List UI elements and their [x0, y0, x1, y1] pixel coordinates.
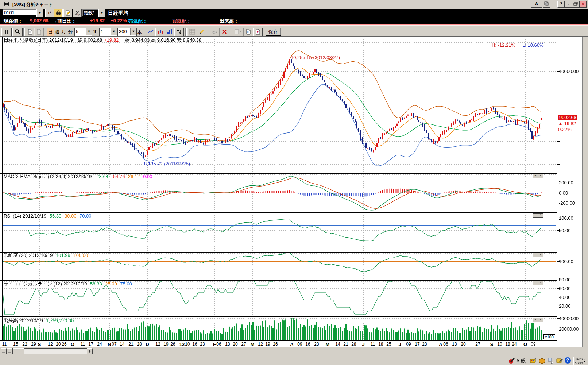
- save-page-icon[interactable]: [244, 28, 253, 36]
- save-button[interactable]: 保存: [266, 28, 281, 36]
- print-page-icon[interactable]: P: [253, 28, 263, 36]
- period-month-button[interactable]: 月: [61, 28, 67, 35]
- enter-button[interactable]: ↵: [45, 9, 54, 17]
- ime-tools-icon[interactable]: [530, 357, 537, 364]
- ime-pen-icon[interactable]: [508, 357, 515, 364]
- chevron-down-icon[interactable]: ▼: [86, 28, 92, 35]
- period-minute-button[interactable]: 分: [67, 28, 74, 35]
- ime-pad-icon[interactable]: [556, 357, 563, 364]
- rsi-value: 56.39: [50, 213, 62, 219]
- period-day-button[interactable]: 日: [47, 28, 54, 36]
- kairi-close-button[interactable]: ×: [538, 253, 543, 257]
- scroll-grip-left[interactable]: [1, 348, 7, 354]
- ask-label: 売気配：: [128, 18, 147, 24]
- quote-separator-2: [0, 25, 588, 26]
- binoculars-search-button[interactable]: [54, 9, 63, 17]
- title-bar[interactable]: [5002] 分析チャート A ? - ×: [0, 0, 588, 8]
- tick-mode-label[interactable]: T: [93, 28, 97, 35]
- x-axis-tick-label: J: [362, 342, 364, 347]
- close-button[interactable]: ×: [579, 1, 587, 8]
- macd-minimize-button[interactable]: −: [533, 174, 538, 178]
- restore-button[interactable]: [572, 1, 579, 8]
- rsi-minimize-button[interactable]: −: [533, 213, 538, 218]
- x-axis-tick-label: 26: [273, 342, 278, 347]
- caps-indicator: CAPS: [575, 357, 583, 361]
- ime-dictionary-icon[interactable]: [538, 357, 546, 364]
- psych-value: 58.33: [90, 281, 102, 287]
- zoom-search-icon[interactable]: [12, 28, 23, 36]
- interval-select[interactable]: 5▼: [74, 28, 92, 36]
- change-pct-value: +0.22%: [111, 18, 127, 23]
- macd-panel-header: MACD_EMA_Signal (12,26,9) 2012/10/19 -28…: [4, 174, 154, 179]
- toolbar-separator: [144, 28, 145, 36]
- x-axis-tick-label: 26: [170, 342, 175, 347]
- bar-count-select[interactable]: 300▼: [117, 28, 137, 36]
- delete-x-icon[interactable]: [220, 28, 229, 36]
- x-axis-tick-label: 10: [185, 342, 190, 347]
- eraser-icon[interactable]: [210, 28, 220, 36]
- ime-input-mode[interactable]: A 般: [516, 358, 526, 364]
- font-button[interactable]: A: [531, 1, 542, 8]
- caps-kana-panel[interactable]: CAPS - KANA ▼: [573, 357, 587, 365]
- candlestick-chart-icon[interactable]: [155, 28, 165, 36]
- layout-dropdown-icon[interactable]: [233, 28, 244, 36]
- peak-annotation: 10,255.15 (2012/03/27): [291, 55, 340, 60]
- x-axis-tick-label: O: [523, 342, 527, 347]
- scissors-button[interactable]: [73, 9, 82, 17]
- volume-close-button[interactable]: ×: [538, 318, 543, 322]
- copy-page-icon[interactable]: [34, 28, 44, 36]
- psych-minimize-button[interactable]: −: [533, 281, 538, 285]
- y-axis-tick-label: 20000.00: [559, 326, 579, 332]
- volume-value: 1,759,270.00: [46, 318, 74, 323]
- psych-close-button[interactable]: ×: [538, 281, 543, 285]
- right-border-strip: [582, 36, 588, 347]
- scrollbar-thumb[interactable]: [13, 348, 24, 354]
- psych-title: サイコロジカルライン (12) 2012/10/19: [4, 281, 87, 287]
- x-axis-tick-label: 17: [88, 342, 93, 347]
- chart-canvas[interactable]: [0, 36, 588, 341]
- x-axis-tick-label: 25: [386, 342, 391, 347]
- period-week-button[interactable]: 週: [54, 28, 61, 35]
- x-axis-tick-label: 19: [163, 342, 168, 347]
- x-axis-tick-label: 09: [297, 342, 302, 347]
- bar-chart-icon[interactable]: [165, 28, 174, 36]
- chevron-down-icon[interactable]: ▼: [130, 28, 136, 35]
- volume-minimize-button[interactable]: −: [533, 318, 538, 322]
- kairi-minimize-button[interactable]: −: [533, 253, 538, 257]
- symbol-pair-icon[interactable]: [1, 28, 12, 36]
- chevron-down-icon[interactable]: ▼: [111, 28, 117, 35]
- grid-icon[interactable]: [187, 28, 197, 36]
- x-axis-tick-label: 13: [225, 342, 230, 347]
- x-axis-tick-label: 26: [62, 342, 66, 347]
- x-axis-tick-label: D: [146, 342, 149, 347]
- scroll-grip-right[interactable]: [7, 348, 12, 354]
- x-axis-tick-label: 16: [192, 342, 197, 347]
- macd-signal-value: -54.76: [112, 174, 125, 179]
- market-type-select[interactable]: 指数*: [82, 9, 99, 16]
- status-bar: A 般 ? CAPS - KANA ▼: [0, 356, 588, 365]
- pencil-draw-icon[interactable]: [197, 28, 206, 36]
- line-chart-icon[interactable]: [146, 28, 155, 36]
- y-axis-tick-label: 60.00: [559, 286, 571, 291]
- range-low-label: L: 10.66%: [522, 42, 544, 48]
- ime-help-icon[interactable]: ?: [565, 357, 571, 364]
- copy-window-button[interactable]: [543, 1, 550, 8]
- tick-count-select[interactable]: 1▼: [99, 28, 117, 36]
- rsi-close-button[interactable]: ×: [538, 213, 543, 218]
- market-type-dropdown-button[interactable]: ▼: [98, 9, 105, 17]
- symbol-code-input[interactable]: [3, 9, 37, 15]
- help-button[interactable]: ?: [557, 1, 565, 8]
- macd-close-button[interactable]: ×: [538, 174, 543, 178]
- x-axis-tick-label: 12: [155, 342, 160, 347]
- new-page-icon[interactable]: [26, 28, 35, 36]
- symbol-dropdown-button[interactable]: ▼: [36, 9, 43, 17]
- range-high-label: H: -12.21%: [492, 42, 515, 48]
- sort-arrows-icon[interactable]: [174, 28, 184, 36]
- ime-mouse-icon[interactable]: [547, 357, 554, 364]
- scroll-arrow-button[interactable]: [87, 348, 93, 354]
- x-axis-tick-label: 28: [137, 342, 142, 347]
- memo-button[interactable]: [63, 9, 72, 17]
- x-axis-tick-label: 11: [81, 342, 85, 347]
- minimize-button[interactable]: -: [565, 1, 572, 8]
- rsi-title: RSI (14) 2012/10/19: [4, 213, 46, 219]
